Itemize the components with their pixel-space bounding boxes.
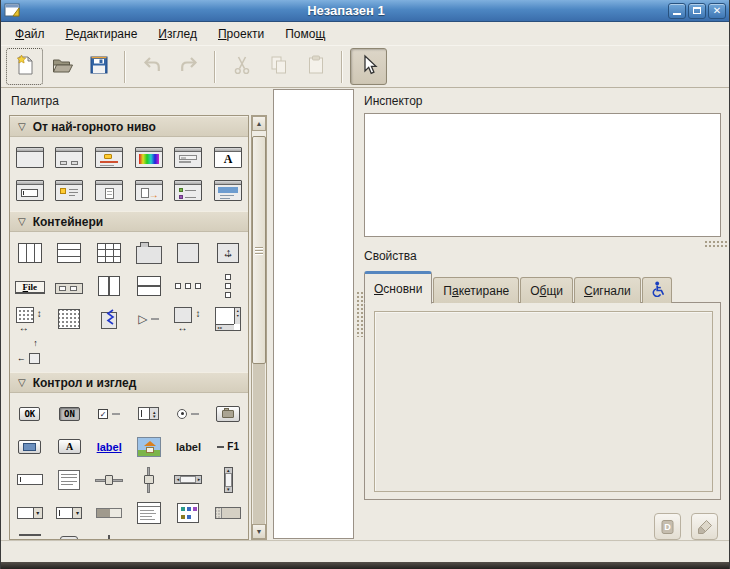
menu-edit[interactable]: Редактиране <box>56 25 148 43</box>
palette-item-font-selection-dialog[interactable]: A <box>208 141 248 174</box>
palette-item-h-scrollbar[interactable]: ◂▸ <box>169 463 209 496</box>
copy-button[interactable] <box>260 48 297 85</box>
tab-accessibility[interactable] <box>642 277 672 303</box>
tab-packing[interactable]: Пакетиране <box>433 277 519 303</box>
accel-label-icon: F1 <box>217 441 239 452</box>
palette-item-file-chooser-button[interactable] <box>208 397 248 430</box>
scrollbar-thumb[interactable] <box>252 136 266 364</box>
palette-item-alignment[interactable]: ↑← <box>10 335 50 368</box>
palette-item-color-selection-dialog[interactable] <box>129 141 169 174</box>
palette-item-file-selection-dialog[interactable] <box>169 141 209 174</box>
palette-item-handle-box[interactable] <box>89 302 129 335</box>
palette-item-statusbar[interactable] <box>208 496 248 529</box>
inspector-panel[interactable] <box>364 113 721 237</box>
palette-item-viewport[interactable]: ▴▾◂ ▸ <box>208 302 248 335</box>
palette-item-scrolled-window[interactable]: ↕↔ <box>169 302 209 335</box>
brush-button[interactable] <box>691 513 718 540</box>
scroll-down-button[interactable]: ▼ <box>252 524 266 539</box>
palette-item-expander[interactable]: ▷ <box>129 302 169 335</box>
menu-file[interactable]: Файл <box>5 25 55 43</box>
open-button[interactable] <box>43 48 80 85</box>
palette-item-label[interactable]: label <box>169 430 209 463</box>
workspace-canvas[interactable] <box>273 89 354 539</box>
tab-signals[interactable]: Сигнали <box>574 277 641 303</box>
palette-item-toolbar[interactable] <box>50 269 90 302</box>
palette-item-h-separator[interactable] <box>10 529 50 540</box>
alignment-icon: ↑← <box>17 339 43 365</box>
palette-item-text-view[interactable] <box>50 463 90 496</box>
palette-item-combo-box-entry[interactable]: ▾ <box>50 496 90 529</box>
save-button[interactable] <box>80 48 117 85</box>
h-scrollbar-icon: ◂▸ <box>174 475 202 484</box>
palette-item-v-scrollbar[interactable]: ▴▾ <box>208 463 248 496</box>
palette-item-v-scale[interactable] <box>129 463 169 496</box>
palette-item-rounded-widget[interactable] <box>50 529 90 540</box>
tab-general[interactable]: Основни <box>364 271 432 304</box>
palette-item-accel-label[interactable]: F1 <box>208 430 248 463</box>
palette-item-v-separator[interactable] <box>89 529 129 540</box>
palette-item-message-dialog-text[interactable] <box>50 174 90 207</box>
palette-item-frame[interactable] <box>169 236 209 269</box>
palette-item-vbuttonbox[interactable] <box>208 269 248 302</box>
tab-common[interactable]: Общи <box>520 277 573 303</box>
palette-item-tree-view[interactable] <box>129 496 169 529</box>
undo-button[interactable] <box>133 48 170 85</box>
palette-section-header-2[interactable]: ▽Контрол и изглед <box>10 372 248 393</box>
redo-button[interactable] <box>170 48 207 85</box>
scroll-up-button[interactable]: ▲ <box>252 116 266 131</box>
palette-item-font-button[interactable]: A <box>50 430 90 463</box>
palette-item-file-chooser-dialog[interactable]: → <box>129 174 169 207</box>
maximize-button[interactable] <box>688 3 706 19</box>
palette-item-check-button[interactable]: ✓ <box>89 397 129 430</box>
palette-item-icon-view[interactable] <box>169 496 209 529</box>
palette-item-input-dialog[interactable] <box>10 174 50 207</box>
palette-item-button[interactable]: OK <box>10 397 50 430</box>
palette-item-vpaned[interactable] <box>129 269 169 302</box>
minimize-button[interactable] <box>668 3 686 19</box>
palette-item-about-dialog[interactable] <box>89 174 129 207</box>
menu-help[interactable]: Помощ <box>275 25 335 43</box>
inspector-label: Инспектор <box>364 94 423 108</box>
menu-view[interactable]: Изглед <box>148 25 207 43</box>
scrollbar-track[interactable] <box>253 364 265 524</box>
titlebar[interactable]: Незапазен 1 ✕ <box>1 0 729 22</box>
palette-scrollbar[interactable]: ▲ ▼ <box>251 115 267 540</box>
palette-item-message-dialog[interactable] <box>89 141 129 174</box>
vertical-pane-handle[interactable] <box>355 88 363 540</box>
cut-icon <box>231 54 253 79</box>
palette-item-hpaned[interactable] <box>89 269 129 302</box>
palette-item-combo-box[interactable]: ▾ <box>10 496 50 529</box>
menu-projects[interactable]: Проекти <box>208 25 274 43</box>
palette-item-hbox[interactable] <box>10 236 50 269</box>
palette-item-color-button[interactable] <box>10 430 50 463</box>
palette-item-table[interactable] <box>89 236 129 269</box>
documentation-button[interactable]: D <box>654 513 681 540</box>
palette-item-recent-chooser-dialog[interactable] <box>169 174 209 207</box>
palette-item-progress-bar[interactable] <box>89 496 129 529</box>
new-button[interactable] <box>6 48 43 85</box>
palette-item-dialog[interactable] <box>50 141 90 174</box>
palette-item-radio-button[interactable] <box>169 397 209 430</box>
palette-item-window[interactable] <box>10 141 50 174</box>
palette-item-drawing-area[interactable] <box>50 302 90 335</box>
palette-item-menubar[interactable]: File <box>10 269 50 302</box>
palette-item-spin-button[interactable]: ▴▾ <box>129 397 169 430</box>
close-button[interactable]: ✕ <box>708 3 726 19</box>
palette-item-image[interactable] <box>129 430 169 463</box>
palette-item-vbox[interactable] <box>50 236 90 269</box>
cut-button[interactable] <box>223 48 260 85</box>
palette-item-entry[interactable] <box>10 463 50 496</box>
palette-item-layout[interactable]: ↕↔ <box>10 302 50 335</box>
palette-item-fixed[interactable]: ↔↕ <box>208 236 248 269</box>
palette-item-toggle-button[interactable]: ON <box>50 397 90 430</box>
message-dialog-icon <box>95 147 123 168</box>
palette-section-header-1[interactable]: ▽Контейнери <box>10 211 248 232</box>
palette-item-notebook[interactable] <box>129 236 169 269</box>
paste-button[interactable] <box>297 48 334 85</box>
palette-item-h-scale[interactable] <box>89 463 129 496</box>
palette-item-assistant[interactable] <box>208 174 248 207</box>
palette-section-header-0[interactable]: ▽От най-горното ниво <box>10 116 248 137</box>
palette-item-hbuttonbox[interactable] <box>169 269 209 302</box>
palette-item-link-button[interactable]: label <box>89 430 129 463</box>
selector-button[interactable] <box>350 48 387 85</box>
